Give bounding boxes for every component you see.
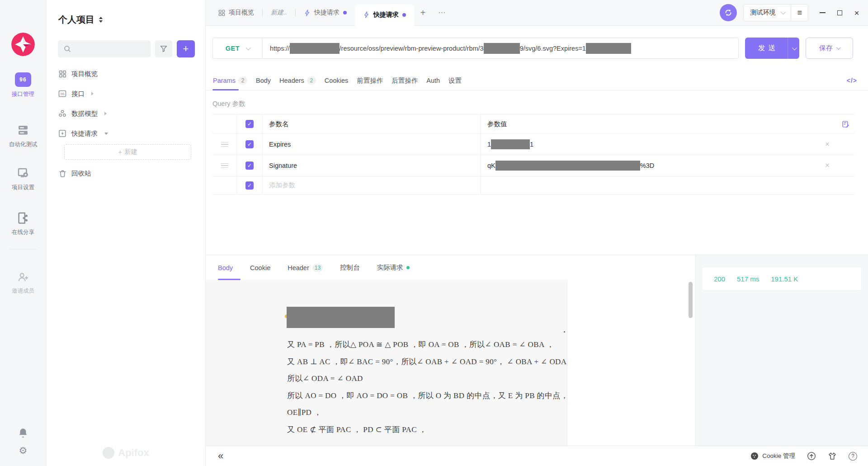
tab-body[interactable]: Body xyxy=(255,71,271,90)
drag-handle-icon[interactable] xyxy=(221,163,228,168)
cookie-icon xyxy=(750,452,759,460)
param-value-input[interactable]: 11 xyxy=(481,134,818,155)
tab-headers[interactable]: Headers 2 xyxy=(279,71,316,90)
green-dot xyxy=(406,266,410,269)
add-param-input[interactable]: 添加参数 xyxy=(262,176,481,194)
project-title: 个人项目 xyxy=(58,14,94,26)
tab-console[interactable]: 控制台 xyxy=(340,255,360,280)
grid-icon xyxy=(58,70,66,78)
settings-gear-icon[interactable]: ⚙ xyxy=(19,445,28,456)
sidebar-item-automated-testing[interactable]: 自动化测试 xyxy=(9,124,38,148)
method-select[interactable]: GET xyxy=(213,38,263,58)
menu-item-label: 接口 xyxy=(71,90,85,98)
params-table: ✓ 参数名 参数值 ✓ Expires 11 × xyxy=(212,114,854,195)
scrollbar-thumb[interactable] xyxy=(689,282,693,318)
send-options-chevron[interactable] xyxy=(788,38,799,59)
response-body-panel: 又 PA = PB ，所以△ POA ≅ △ POB ，即 OA = OB ，所… xyxy=(206,280,695,446)
param-value-input[interactable]: qK%3D xyxy=(481,155,818,176)
param-name-input[interactable]: Signature xyxy=(262,155,481,176)
tab-post-operations[interactable]: 后置操作 xyxy=(391,71,418,90)
tab-quick-request-2-active[interactable]: 快捷请求 xyxy=(355,4,414,26)
row-checkbox[interactable]: ✓ xyxy=(245,140,254,148)
window-controls: × xyxy=(819,10,860,16)
headers-count-badge: 2 xyxy=(307,76,316,85)
filter-button[interactable] xyxy=(155,40,172,57)
param-row-expires: ✓ Expires 11 × xyxy=(212,133,854,155)
data-model-icon xyxy=(58,109,66,118)
sidebar-item-online-share[interactable]: 在线分享 xyxy=(12,211,34,236)
tab-cookies[interactable]: Cookies xyxy=(324,71,349,90)
new-quick-request-button[interactable]: + 新建 xyxy=(64,144,191,160)
delete-row-icon[interactable]: × xyxy=(818,155,836,176)
tab-response-cookie[interactable]: Cookie xyxy=(250,255,270,280)
params-count-badge: 2 xyxy=(238,76,247,85)
code-view-icon[interactable]: </> xyxy=(847,77,857,84)
menu-item-quick-request[interactable]: 快捷请求 xyxy=(47,124,205,143)
environment-menu-button[interactable]: ≡ xyxy=(791,5,808,21)
response-viewer: Body Cookie Header 13 控制台 实际请求 xyxy=(206,255,695,446)
tab-pre-operations[interactable]: 前置操作 xyxy=(356,71,383,90)
close-button[interactable]: × xyxy=(854,10,860,16)
maximize-button[interactable] xyxy=(836,10,843,16)
chevron-down-icon xyxy=(104,133,108,135)
sidebar-item-label: 在线分享 xyxy=(12,228,34,236)
project-switcher-icon[interactable] xyxy=(99,17,103,23)
sidebar-item-invite-members[interactable]: 邀请成员 xyxy=(12,271,34,295)
tab-new[interactable]: 新建.. xyxy=(263,0,295,26)
menu-item-api[interactable]: 96 接口 xyxy=(47,84,205,104)
tab-actual-request[interactable]: 实际请求 xyxy=(377,255,410,280)
main-area: 项目概览 新建.. 快捷请求 快捷请求 + ··· xyxy=(206,0,868,466)
tab-project-overview[interactable]: 项目概览 xyxy=(210,0,262,26)
row-checkbox[interactable]: ✓ xyxy=(245,181,254,190)
chevron-right-icon xyxy=(91,92,94,95)
select-all-checkbox[interactable]: ✓ xyxy=(245,120,254,128)
minimize-button[interactable] xyxy=(819,10,826,16)
theme-shirt-icon[interactable] xyxy=(828,452,837,461)
param-add-row: ✓ 添加参数 xyxy=(212,176,854,194)
url-input[interactable]: https:///resource/oss/preview/rbm-previe… xyxy=(263,43,638,54)
search-input[interactable] xyxy=(58,40,151,57)
tab-settings[interactable]: 设置 xyxy=(448,71,462,90)
response-tabs: Body Cookie Header 13 控制台 实际请求 xyxy=(206,255,695,280)
more-tabs-button[interactable]: ··· xyxy=(432,9,452,17)
tab-quick-request-1[interactable]: 快捷请求 xyxy=(296,0,355,26)
tab-response-header[interactable]: Header 13 xyxy=(288,255,323,280)
menu-item-data-model[interactable]: 数据模型 xyxy=(47,104,205,124)
new-tab-button[interactable]: + xyxy=(414,8,432,18)
apifox-window: 96 接口管理 自动化测试 项目设置 xyxy=(0,0,868,466)
sidebar-item-project-settings[interactable]: 项目设置 xyxy=(12,166,34,191)
environment-dropdown[interactable]: 测试环境 xyxy=(744,9,791,17)
drag-handle-icon[interactable] xyxy=(221,142,228,147)
tab-params[interactable]: Params 2 xyxy=(212,71,248,90)
add-button[interactable]: + xyxy=(177,40,195,57)
redacted-block xyxy=(287,307,395,328)
svg-text:96: 96 xyxy=(61,92,65,96)
menu-item-label: 快捷请求 xyxy=(71,129,98,138)
cookie-manager-button[interactable]: Cookie 管理 xyxy=(750,452,795,460)
invite-members-icon xyxy=(17,271,29,284)
row-checkbox[interactable]: ✓ xyxy=(245,162,254,170)
param-name-input[interactable]: Expires xyxy=(262,134,481,155)
document-tab-bar: 项目概览 新建.. 快捷请求 快捷请求 + ··· xyxy=(206,0,868,26)
sync-button[interactable] xyxy=(720,4,737,21)
save-button[interactable]: 保存 xyxy=(806,38,853,59)
api-management-icon: 96 xyxy=(15,72,31,87)
tab-auth[interactable]: Auth xyxy=(426,71,440,90)
header-count-badge: 13 xyxy=(312,264,323,272)
request-bar: GET https:///resource/oss/preview/rbm-pr… xyxy=(206,26,868,71)
sidebar-item-api-management[interactable]: 96 接口管理 xyxy=(12,72,34,98)
menu-item-recycle-bin[interactable]: 回收站 xyxy=(47,163,205,183)
chevron-down-icon xyxy=(781,10,786,14)
upload-icon[interactable] xyxy=(807,452,816,461)
request-url-box: GET https:///resource/oss/preview/rbm-pr… xyxy=(212,38,739,59)
help-icon[interactable]: ? xyxy=(849,452,857,461)
notifications-bell-icon[interactable] xyxy=(17,427,29,439)
menu-item-project-overview[interactable]: 项目概览 xyxy=(47,64,205,84)
bulk-edit-icon[interactable] xyxy=(836,114,854,133)
send-button[interactable]: 发送 xyxy=(745,38,799,59)
activity-bar: 96 接口管理 自动化测试 项目设置 xyxy=(0,0,47,466)
collapse-sidebar-icon[interactable]: « xyxy=(218,451,223,461)
online-share-icon xyxy=(16,211,30,225)
delete-row-icon[interactable]: × xyxy=(818,134,836,155)
tab-response-body[interactable]: Body xyxy=(218,255,233,280)
